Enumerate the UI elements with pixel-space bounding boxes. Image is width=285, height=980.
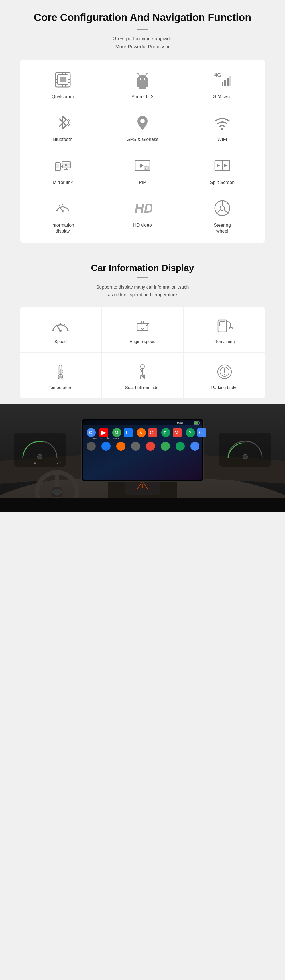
speed-icon (49, 316, 72, 336)
hdvideo-label: HD video (133, 223, 152, 228)
svg-text:15:31: 15:31 (177, 422, 183, 425)
svg-point-92 (141, 364, 144, 369)
svg-point-72 (59, 329, 62, 332)
feature-splitscreen: Split Screen (185, 154, 259, 186)
svg-point-113 (53, 489, 62, 495)
gps-label: GPS & Glonass (126, 137, 159, 143)
svg-text:M: M (115, 431, 118, 435)
svg-point-87 (59, 375, 62, 378)
section-core: Core Configuration And Navigation Functi… (0, 0, 285, 251)
enginespeed-label: Engine speed (130, 339, 155, 344)
svg-point-137 (86, 442, 96, 451)
infodisplay-label: Informationdisplay (51, 223, 74, 234)
feature-hdvideo: HD HD video (106, 197, 179, 234)
pip-label: PIP (139, 180, 146, 186)
svg-point-143 (176, 442, 185, 451)
svg-point-62 (220, 206, 224, 210)
svg-point-19 (137, 73, 138, 74)
carinfo-title: Car Information Display (6, 263, 279, 273)
svg-point-23 (144, 78, 145, 80)
svg-point-21 (147, 73, 148, 74)
svg-line-20 (145, 73, 147, 75)
android-label: Android 12 (131, 94, 153, 100)
temperature-label: Temperature (48, 385, 72, 390)
svg-rect-25 (146, 81, 148, 87)
simcard-label: SIM card (213, 94, 231, 100)
svg-text:M: M (175, 430, 178, 435)
svg-text:4G: 4G (214, 72, 221, 78)
hdvideo-icon: HD (131, 197, 154, 220)
svg-marker-52 (224, 164, 228, 167)
svg-point-107 (142, 487, 143, 488)
carinfo-grid: Speed (20, 307, 265, 398)
speed-label: Speed (54, 339, 67, 344)
pip-icon (131, 154, 154, 177)
infodisplay-icon (51, 197, 74, 220)
features-card: Qualcomm (20, 60, 265, 243)
svg-text:G: G (199, 430, 203, 435)
wifi-icon (211, 111, 234, 134)
svg-rect-24 (137, 81, 139, 87)
seatbelt-label: Seat belt reminder (125, 385, 160, 390)
svg-text:YouTube: YouTube (100, 437, 110, 440)
carinfo-speed: Speed (20, 307, 101, 352)
svg-point-144 (191, 442, 200, 451)
svg-point-59 (62, 210, 64, 212)
svg-text:A: A (139, 431, 142, 435)
feature-bluetooth: Bluetooth (26, 111, 100, 143)
feature-infodisplay: Informationdisplay (26, 197, 100, 234)
parkingbrake-icon (213, 362, 236, 382)
temperature-icon (49, 362, 72, 382)
svg-rect-116 (83, 420, 202, 425)
svg-text:200: 200 (57, 461, 62, 465)
svg-rect-82 (220, 321, 225, 326)
svg-text:P: P (188, 431, 191, 435)
svg-line-65 (224, 210, 229, 213)
svg-line-55 (59, 205, 60, 207)
parkingbrake-label: Parking brake (211, 385, 238, 390)
section-carinfo: Car Information Display Support to displ… (0, 251, 285, 404)
feature-qualcomm: Qualcomm (26, 68, 100, 100)
splitscreen-icon (211, 154, 234, 177)
svg-rect-83 (229, 327, 232, 329)
svg-point-138 (101, 442, 110, 451)
feature-gps: GPS & Glonass (106, 111, 179, 143)
svg-text:P: P (164, 431, 167, 435)
qualcomm-label: Qualcomm (51, 94, 74, 100)
carinfo-parkingbrake: Parking brake (184, 353, 265, 398)
svg-rect-157 (0, 498, 285, 512)
svg-line-64 (216, 210, 221, 213)
svg-point-156 (243, 455, 247, 459)
features-grid: Qualcomm (26, 68, 259, 234)
svg-rect-31 (224, 80, 226, 86)
svg-rect-2 (60, 77, 66, 83)
simcard-icon: 4G (211, 68, 234, 91)
svg-point-142 (161, 442, 170, 451)
car-dashboard-svg: C M f A G P M P G (0, 404, 285, 512)
carinfo-remaining: Remaining (184, 307, 265, 352)
svg-rect-33 (229, 76, 231, 86)
svg-text:f: f (126, 430, 127, 435)
mirrorlink-label: Mirror link (53, 180, 73, 186)
divider (137, 29, 148, 30)
svg-text:0: 0 (34, 461, 36, 465)
feature-mirrorlink: Mirror link (26, 154, 100, 186)
carinfo-seatbelt: Seat belt reminder (102, 353, 183, 398)
svg-line-57 (66, 205, 66, 207)
section-car-image: C M f A G P M P G (0, 404, 285, 512)
svg-text:G: G (150, 430, 153, 435)
bluetooth-label: Bluetooth (53, 137, 72, 143)
steering-icon (211, 197, 234, 220)
android-icon (131, 68, 154, 91)
wifi-label: WIFI (218, 137, 227, 143)
bluetooth-icon (51, 111, 74, 134)
feature-pip: PIP (106, 154, 179, 186)
carinfo-subtitle: Support to display many car infomration … (6, 283, 279, 299)
remaining-label: Remaining (214, 339, 235, 344)
svg-point-140 (131, 442, 140, 451)
feature-simcard: 4G SIM card (185, 68, 259, 100)
svg-rect-155 (219, 433, 271, 467)
feature-steering: Steeringwheel (185, 197, 259, 234)
splitscreen-label: Split Screen (210, 180, 235, 186)
svg-point-152 (38, 455, 42, 459)
